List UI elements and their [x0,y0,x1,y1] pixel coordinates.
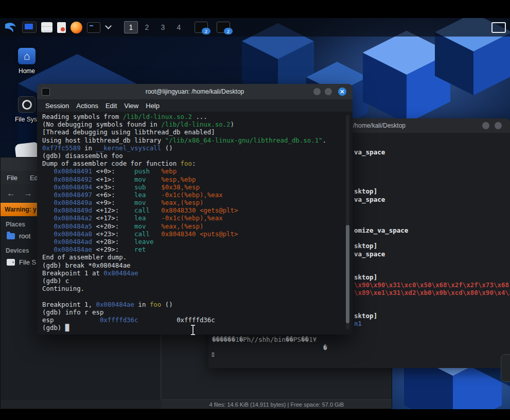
file-manager-launcher-icon[interactable] [41,22,52,32]
terminal-title: root@lijingyuan: /home/kali/Desktop [37,88,353,95]
desktop-icon-home[interactable]: ⌂ Home [8,48,45,75]
menu-session[interactable]: Session [45,102,69,110]
file-manager-statusbar: 4 files: 14.6 KiB (14,911 bytes) | Free … [162,399,392,409]
terminal-line: 0x080484ad <+28>: leave [42,238,344,246]
terminal-line: esp 0xffffd36c 0xffffd36c [42,316,344,324]
terminal-line: 0x08048497 <+6>: lea -0x1c(%ebp),%eax [42,191,344,199]
drive-icon [7,259,15,266]
terminal-titlebar[interactable]: root@lijingyuan: /home/kali/Desktop [37,84,353,99]
back-terminal-fragment: \x90\x90\x31\xc0\x50\x68\x2f\x2f\x73\x68 [354,281,509,289]
scrollbar-thumb[interactable] [346,225,349,323]
sidebar-item-file-system-label: File S [19,258,36,266]
terminal-line: 0xf7fc5589 in __kernel_vsyscall () [42,144,344,152]
close-button[interactable] [338,87,346,96]
back-terminal-fragment: n1 [354,320,362,327]
sidebar-item-root-label: root [19,232,30,240]
terminal-window[interactable]: root@lijingyuan: /home/kali/Desktop Sess… [37,84,353,335]
taskbar-terminal-group-1[interactable]: 2 [195,22,208,33]
file-system-icon [18,96,36,113]
back-terminal-fragment: sktop] [354,187,377,195]
workspace-2[interactable]: 2 [140,21,154,33]
back-terminal-fragment: sktop] [354,273,377,281]
minimize-button[interactable] [313,88,321,95]
terminal-line: 0x080484a8 <+23>: call 0x8048340 <puts@p… [42,230,344,238]
chevron-down-icon[interactable] [105,24,111,30]
terminal-line: 0x080484ae <+29>: ret [42,246,344,253]
menu-view[interactable]: View [124,102,138,110]
terminal-line: Continuing. [42,285,344,292]
terminal-line: 0x08048494 <+3>: sub $0x38,%esp [42,183,344,191]
menu-edit[interactable]: Edit [105,102,117,110]
terminal-line: (gdb) break *0x080484ae [42,261,344,269]
back-terminal-fragment: va_space [354,196,385,203]
folder-icon [7,233,15,239]
taskbar-terminal-group-2[interactable]: 2 [217,22,230,33]
menu-actions[interactable]: Actions [76,102,98,110]
terminal-app-icon [42,88,50,96]
terminal-line: 0x08048491 <+0>: push %ebp [42,167,344,175]
taskbar: 1234 2 2 [0,18,510,37]
workspace-3[interactable]: 3 [156,21,170,33]
desktop: ⌂ Home File Syst File Edit ← → Warning: … [0,18,510,409]
terminal-line: (No debugging symbols found in /lib/ld-l… [42,120,344,128]
terminal-line: Using host libthread_db library "/lib/x8… [42,136,344,144]
back-terminal-fragment: va_space [354,148,385,156]
bottom-black-bar [0,409,510,420]
workspace-pager: 1234 [124,21,186,33]
desktop-icon-home-label: Home [8,67,45,75]
terminal-line [42,292,344,300]
back-arrow-icon[interactable]: ← [7,188,15,199]
kali-logo-icon [4,21,17,34]
back-terminal-fragment: � [323,344,327,352]
menu-file[interactable]: File [7,174,17,182]
terminal-launcher-icon[interactable] [87,22,100,33]
terminal-line: Breakpoint 1 at 0x80484ae [42,269,344,277]
terminal-line: (gdb) c [42,277,344,285]
back-terminal-fragment: ▯ [211,350,215,358]
screen: ⌂ Home File Syst File Edit ← → Warning: … [0,0,510,420]
workspace-1[interactable]: 1 [124,21,138,33]
window-count-badge: 2 [202,28,210,34]
back-terminal-fragment: \x89\xe1\x31\xd2\xb0\x0b\xcd\x80\x90\x4\… [354,289,510,296]
show-desktop-icon[interactable] [22,22,37,33]
back-terminal-fragment: ������1�Ph//shh/bin��PS��1¥ [212,336,316,343]
terminal-line: Dump of assembler code for function foo: [42,160,344,167]
terminal-line: 0x0804849d <+12>: call 0x8048330 <gets@p… [42,206,344,214]
terminal-line: Breakpoint 1, 0x080484ae in foo () [42,301,344,308]
terminal-line: 0x080484a2 <+17>: lea -0x1c(%ebp),%eax [42,214,344,222]
close-icon [340,90,344,94]
terminal-line: [Thread debugging using libthread_db ena… [42,128,344,136]
terminal-line: 0x0804849a <+9>: mov %eax,(%esp) [42,199,344,206]
back-terminal-fragment: sktop] [354,242,377,250]
window-count-badge: 2 [224,28,233,34]
display-icon[interactable] [491,22,506,33]
menu-help[interactable]: Help [146,102,160,110]
terminal-menubar: Session Actions Edit View Help [37,99,353,112]
home-icon: ⌂ [18,48,36,64]
terminal-line: (gdb) disassemble foo [42,152,344,160]
text-editor-launcher-icon[interactable] [57,22,66,33]
back-terminal-fragment: sktop] [354,312,377,320]
terminal-line: End of assembler dump. [42,253,344,261]
kali-menu-button[interactable] [4,21,17,34]
terminal-line: Reading symbols from /lib/ld-linux.so.2 … [42,113,344,120]
panel-hide-handle[interactable] [501,354,510,382]
terminal-output[interactable]: Reading symbols from /lib/ld-linux.so.2 … [42,113,344,332]
back-terminal-fragment: omize_va_space [354,226,408,234]
terminal-line: 0x08048492 <+1>: mov %esp,%ebp [42,176,344,183]
top-black-bar [0,0,510,18]
workspace-4[interactable]: 4 [172,21,186,33]
mouse-cursor-ibeam [189,324,197,338]
terminal-line: 0x080484a5 <+20>: mov %eax,(%esp) [42,222,344,230]
firefox-launcher-icon[interactable] [71,22,82,33]
maximize-button[interactable] [325,88,332,95]
terminal-line: (gdb) info r esp [42,308,344,316]
forward-arrow-icon[interactable]: → [24,188,32,199]
back-terminal-fragment: va_space [354,250,385,258]
